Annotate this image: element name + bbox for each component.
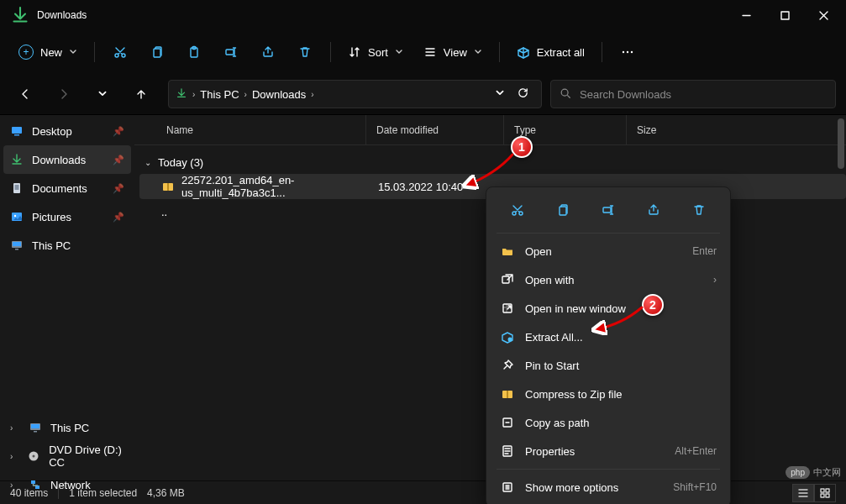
ctx-item-label: Pin to Start	[525, 360, 579, 372]
pc-icon	[10, 239, 24, 252]
ctx-delete-button[interactable]	[684, 197, 714, 223]
svg-rect-3	[154, 49, 160, 57]
ctx-item-more[interactable]: Show more options Shift+F10	[491, 473, 725, 501]
ctx-cut-button[interactable]	[502, 197, 533, 223]
cut-button[interactable]	[103, 37, 137, 67]
back-button[interactable]	[10, 79, 40, 109]
annotation-callout-2: 2	[642, 294, 664, 316]
up-button[interactable]	[126, 79, 156, 109]
recent-button[interactable]	[87, 79, 118, 109]
ctx-item-open-in-new-window[interactable]: Open in new window	[491, 294, 725, 323]
ctx-item-label: Open	[525, 245, 552, 258]
svg-rect-40	[507, 391, 508, 398]
extract-all-button[interactable]: Extract all	[508, 37, 593, 67]
ctx-item-extract-all-[interactable]: Extract All...	[491, 323, 725, 351]
more-icon	[500, 480, 515, 494]
svg-rect-30	[821, 494, 824, 497]
paste-button[interactable]	[177, 37, 211, 67]
rename-button[interactable]	[214, 37, 248, 67]
scrollbar-vertical[interactable]	[838, 118, 844, 169]
group-header[interactable]: ⌄ Today (3)	[139, 150, 846, 174]
sidebar-item-label: Desktop	[32, 125, 72, 138]
window-title: Downloads	[37, 9, 727, 21]
sidebar-item-documents[interactable]: Documents📌	[0, 174, 134, 202]
ctx-item-label: Properties	[525, 445, 575, 458]
search-icon	[560, 87, 571, 102]
breadcrumb-segment[interactable]: This PC›	[200, 88, 247, 101]
chevron-right-icon: ›	[10, 423, 18, 433]
group-label: Today (3)	[158, 156, 203, 169]
pin-icon: 📌	[113, 155, 124, 165]
svg-point-8	[627, 51, 628, 53]
file-name: 22572.201_amd64_en-us_multi_4b7ba3c1...	[181, 174, 365, 199]
column-size[interactable]: Size	[627, 115, 846, 144]
svg-rect-31	[826, 494, 829, 497]
network-icon	[29, 478, 42, 491]
openwith-icon	[500, 273, 515, 286]
download-icon	[10, 153, 24, 166]
close-button[interactable]	[804, 0, 843, 30]
svg-rect-35	[603, 207, 611, 213]
sidebar-tree-this-pc[interactable]: ›This PC	[0, 413, 134, 442]
svg-rect-6	[226, 50, 234, 55]
ctx-item-label: Open with	[525, 274, 575, 286]
ctx-item-properties[interactable]: PropertiesAlt+Enter	[491, 437, 725, 465]
minimize-button[interactable]	[727, 0, 765, 30]
folder-icon	[500, 244, 515, 258]
share-button[interactable]	[251, 37, 285, 67]
sidebar-tree-network[interactable]: ›Network	[0, 470, 134, 499]
sort-button[interactable]: Sort	[339, 37, 412, 67]
column-date[interactable]: Date modified	[366, 115, 504, 144]
sidebar-item-downloads[interactable]: Downloads📌	[3, 145, 131, 174]
column-name[interactable]: Name	[134, 115, 366, 144]
chevron-right-icon: ›	[192, 90, 195, 99]
copy-button[interactable]	[140, 37, 174, 67]
search-input[interactable]: Search Downloads	[550, 80, 836, 108]
ctx-item-open[interactable]: OpenEnter	[491, 237, 725, 265]
sidebar-tree-dvd-drive-d-cc[interactable]: ›DVD Drive (D:) CC	[0, 442, 134, 470]
svg-point-7	[623, 51, 624, 53]
ctx-item-shortcut: Enter	[692, 245, 717, 257]
ctx-item-open-with[interactable]: Open with›	[491, 265, 725, 294]
ctx-item-copy-as-path[interactable]: Copy as path	[491, 408, 725, 437]
svg-rect-13	[13, 183, 20, 193]
svg-rect-17	[13, 242, 21, 246]
ctx-share-button[interactable]	[638, 197, 669, 223]
app-icon	[10, 5, 30, 25]
status-size: 4,36 MB	[147, 487, 185, 499]
ctx-item-compress-to-zip-file[interactable]: Compress to Zip file	[491, 380, 725, 408]
breadcrumb-segment[interactable]: Downloads›	[252, 88, 314, 101]
toolbar-divider	[330, 42, 331, 62]
forward-button[interactable]	[49, 79, 79, 109]
delete-button[interactable]	[288, 37, 322, 67]
sidebar-item-label: Network	[50, 479, 91, 491]
search-placeholder: Search Downloads	[580, 88, 671, 101]
sort-icon	[348, 45, 361, 59]
thumbnails-view-button[interactable]	[814, 484, 836, 502]
more-button[interactable]	[611, 37, 644, 67]
sidebar-item-desktop[interactable]: Desktop📌	[0, 117, 134, 145]
sidebar-item-label: This PC	[32, 239, 71, 252]
view-button[interactable]: View	[415, 37, 491, 67]
newwin-icon	[500, 302, 515, 315]
scissors-icon	[113, 45, 127, 59]
new-button[interactable]: + New	[10, 37, 86, 67]
sidebar-item-pictures[interactable]: Pictures📌	[0, 202, 134, 231]
sidebar: Desktop📌Downloads📌Documents📌Pictures📌Thi…	[0, 115, 134, 480]
ctx-item-pin-to-start[interactable]: Pin to Start	[491, 351, 725, 380]
extract-all-label: Extract all	[537, 46, 585, 59]
details-view-button[interactable]	[792, 484, 814, 502]
more-icon	[621, 45, 634, 59]
address-bar[interactable]: › This PC› Downloads›	[168, 80, 542, 108]
ctx-copy-button[interactable]	[548, 197, 578, 223]
sidebar-item-label: Pictures	[32, 211, 71, 223]
maximize-button[interactable]	[765, 0, 804, 30]
pin-icon: 📌	[113, 212, 124, 223]
ctx-rename-button[interactable]	[593, 197, 623, 223]
view-toggle	[792, 484, 836, 502]
refresh-button[interactable]	[517, 87, 529, 102]
svg-rect-11	[12, 127, 22, 134]
address-dropdown-icon[interactable]	[495, 88, 505, 101]
sidebar-item-this-pc[interactable]: This PC	[0, 231, 134, 260]
svg-rect-18	[15, 249, 18, 250]
